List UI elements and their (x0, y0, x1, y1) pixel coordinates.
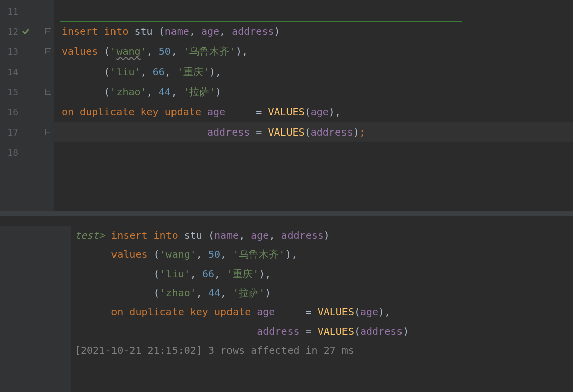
fold-close-icon[interactable] (33, 89, 54, 95)
line-number: 15 (0, 87, 18, 97)
checkmark-icon (18, 27, 33, 36)
code-line[interactable]: on duplicate key update age = VALUES(age… (54, 102, 573, 122)
console-panel[interactable]: test> insert into stu (name, age, addres… (0, 216, 573, 392)
console-line: test> insert into stu (name, age, addres… (75, 226, 573, 245)
code-line[interactable]: address = VALUES(address); (54, 122, 573, 142)
code-editor[interactable]: 11 12 13 14 15 16 17 18 insert into stu … (0, 0, 573, 211)
line-number: 16 (0, 107, 18, 117)
code-area[interactable]: insert into stu (name, age, address) val… (54, 0, 573, 211)
line-number: 14 (0, 67, 18, 77)
console-gutter (0, 226, 71, 392)
code-line[interactable]: ('liu', 66, '重庆'), (54, 61, 573, 82)
fold-open-icon[interactable] (33, 48, 54, 54)
console-line: values ('wang', 50, '乌鲁木齐'), (75, 245, 573, 264)
console-line: address = VALUES(address) (75, 321, 573, 341)
console-line: ('zhao', 44, '拉萨') (75, 283, 573, 302)
fold-close-icon[interactable] (33, 129, 54, 135)
line-number: 17 (0, 127, 18, 138)
panel-separator[interactable] (0, 211, 573, 216)
gutter: 11 12 13 14 15 16 17 18 (0, 0, 54, 211)
console-line: on duplicate key update age = VALUES(age… (75, 302, 573, 321)
console-line: ('liu', 66, '重庆'), (75, 264, 573, 283)
fold-open-icon[interactable] (33, 28, 54, 34)
line-number: 18 (0, 147, 18, 158)
code-line[interactable]: values ('wang', 50, '乌鲁木齐'), (54, 41, 573, 61)
line-number: 11 (0, 6, 18, 17)
line-number: 13 (0, 46, 18, 57)
line-number: 12 (0, 26, 18, 37)
console-result: [2021-10-21 21:15:02] 3 rows affected in… (75, 341, 573, 360)
code-line[interactable]: ('zhao', 44, '拉萨') (54, 82, 573, 102)
code-line[interactable]: insert into stu (name, age, address) (54, 21, 573, 41)
